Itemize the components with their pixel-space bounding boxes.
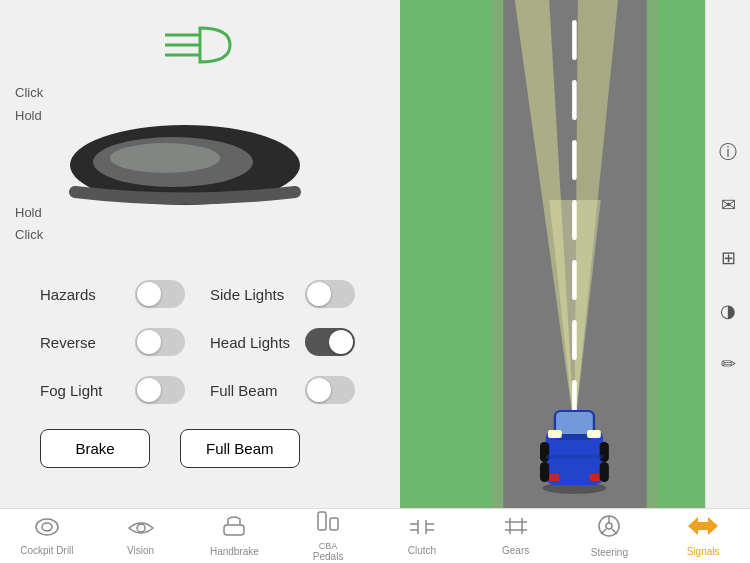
svg-rect-30: [600, 442, 609, 462]
full-beam-button[interactable]: Full Beam: [180, 429, 300, 468]
head-lights-row: Head Lights: [200, 318, 370, 366]
signals-icon: [688, 515, 718, 543]
cockpit-drill-label: Cockpit Drill: [20, 545, 73, 556]
svg-rect-31: [540, 462, 549, 482]
main-container: Click Hold Hold Click: [0, 0, 750, 515]
full-beam-label: Full Beam: [210, 382, 278, 399]
svg-rect-29: [540, 442, 549, 462]
tab-vision[interactable]: Vision: [106, 516, 176, 556]
side-lights-label: Side Lights: [210, 286, 284, 303]
controls-grid: Hazards Reverse Fog Light Side L: [30, 270, 370, 414]
mirror-svg: [65, 120, 305, 210]
tab-bar: Cockpit Drill Vision Handbrake CBA Pedal…: [0, 508, 750, 563]
headlight-icon-area: [10, 10, 390, 80]
svg-rect-25: [548, 430, 562, 438]
svg-rect-39: [330, 518, 338, 530]
svg-rect-28: [589, 474, 600, 481]
hold-top-label: Hold: [15, 108, 42, 123]
svg-rect-14: [572, 80, 577, 120]
svg-rect-26: [587, 430, 601, 438]
edit-icon[interactable]: ✏: [714, 350, 742, 378]
side-lights-row: Side Lights: [200, 270, 370, 318]
info-icon[interactable]: ⓘ: [714, 138, 742, 166]
message-icon[interactable]: ✉: [714, 191, 742, 219]
vision-icon: [127, 516, 155, 542]
controls-area: Hazards Reverse Fog Light Side L: [10, 260, 390, 488]
handbrake-icon: [222, 515, 246, 543]
svg-line-54: [601, 529, 606, 534]
svg-rect-38: [318, 512, 326, 530]
theme-icon[interactable]: ◑: [714, 297, 742, 325]
left-panel: Click Hold Hold Click: [0, 0, 400, 515]
svg-marker-55: [688, 517, 703, 535]
tab-handbrake[interactable]: Handbrake: [199, 515, 269, 557]
tab-signals[interactable]: Signals: [668, 515, 738, 557]
svg-rect-33: [546, 455, 603, 459]
svg-marker-56: [703, 517, 718, 535]
reverse-label: Reverse: [40, 334, 96, 351]
fog-light-row: Fog Light: [30, 366, 200, 414]
pedals-label: Pedals: [313, 551, 344, 562]
svg-point-5: [110, 143, 220, 173]
gears-icon: [503, 516, 529, 542]
scene-svg: [400, 0, 750, 515]
click-top-label: Click: [15, 85, 43, 100]
svg-rect-15: [572, 140, 577, 180]
fog-light-toggle[interactable]: [135, 376, 185, 404]
tab-cockpit-drill[interactable]: Cockpit Drill: [12, 516, 82, 556]
side-icons-panel: ⓘ ✉ ⊞ ◑ ✏: [705, 0, 750, 515]
buttons-row: Brake Full Beam: [30, 414, 370, 478]
svg-rect-16: [572, 200, 577, 240]
hazards-toggle[interactable]: [135, 280, 185, 308]
gears-label: Gears: [502, 545, 529, 556]
svg-rect-27: [548, 474, 559, 481]
svg-rect-37: [224, 525, 244, 535]
steering-label: Steering: [591, 547, 628, 558]
hazards-label: Hazards: [40, 286, 96, 303]
headlight-icon: [165, 20, 235, 70]
svg-point-34: [36, 519, 58, 535]
right-controls: Side Lights Head Lights Full Beam: [200, 270, 370, 414]
full-beam-row: Full Beam: [200, 366, 370, 414]
clutch-label: Clutch: [408, 545, 436, 556]
cba-sublabel: CBA: [319, 541, 338, 551]
right-panel: [400, 0, 750, 515]
hold-bottom-label: Hold: [15, 205, 42, 220]
brake-button[interactable]: Brake: [40, 429, 150, 468]
svg-point-51: [606, 523, 612, 529]
image-icon[interactable]: ⊞: [714, 244, 742, 272]
tab-steering[interactable]: Steering: [574, 514, 644, 558]
handbrake-label: Handbrake: [210, 546, 259, 557]
left-controls: Hazards Reverse Fog Light: [30, 270, 200, 414]
svg-rect-32: [600, 462, 609, 482]
svg-line-53: [612, 529, 617, 534]
hazards-row: Hazards: [30, 270, 200, 318]
mirror-area: Click Hold Hold Click: [10, 80, 390, 250]
head-lights-label: Head Lights: [210, 334, 290, 351]
steering-icon: [597, 514, 621, 544]
tab-gears[interactable]: Gears: [481, 516, 551, 556]
reverse-row: Reverse: [30, 318, 200, 366]
svg-point-36: [137, 524, 145, 532]
full-beam-toggle[interactable]: [305, 376, 355, 404]
clutch-icon: [408, 516, 436, 542]
cockpit-drill-icon: [35, 516, 59, 542]
svg-rect-24: [556, 412, 593, 434]
signals-label: Signals: [687, 546, 720, 557]
tab-clutch[interactable]: Clutch: [387, 516, 457, 556]
side-lights-toggle[interactable]: [305, 280, 355, 308]
svg-rect-13: [572, 20, 577, 60]
pedals-icon: [316, 510, 340, 538]
fog-light-label: Fog Light: [40, 382, 103, 399]
svg-rect-18: [572, 320, 577, 360]
svg-point-35: [42, 523, 52, 531]
click-bottom-label: Click: [15, 227, 43, 242]
tab-pedals[interactable]: CBA Pedals: [293, 510, 363, 562]
reverse-toggle[interactable]: [135, 328, 185, 356]
head-lights-toggle[interactable]: [305, 328, 355, 356]
vision-label: Vision: [127, 545, 154, 556]
svg-rect-17: [572, 260, 577, 300]
